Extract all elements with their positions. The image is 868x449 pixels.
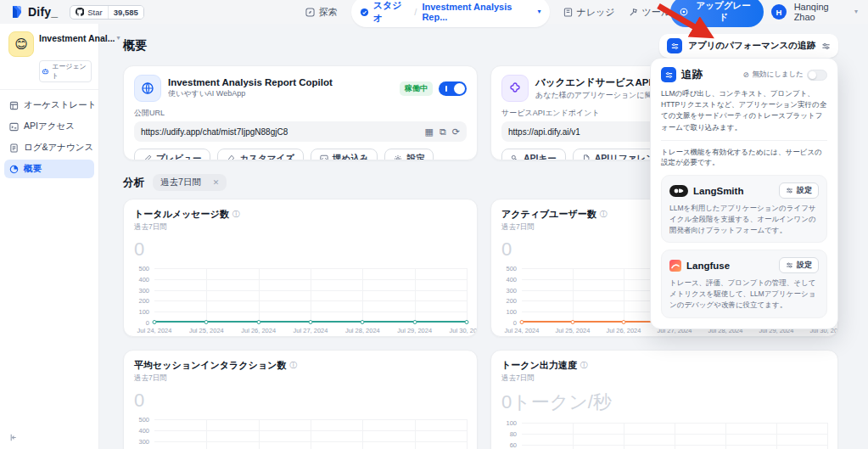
sidebar-item-オーケストレート[interactable]: オーケストレート: [4, 96, 94, 115]
webapp-action-button[interactable]: カスタマイズ: [217, 149, 303, 160]
copy-icon[interactable]: ⧉: [440, 127, 446, 137]
webapp-subtitle: 使いやすいAI WebApp: [168, 88, 333, 99]
provider-config-label: 設定: [797, 260, 812, 271]
dify-logo-text: Dify_: [28, 5, 58, 19]
dify-logo-icon: [10, 5, 24, 19]
nav-studio[interactable]: スタジオ: [360, 0, 410, 25]
webapp-action-button[interactable]: 設定: [384, 149, 434, 160]
user-name-label: Hanqing Zhao: [794, 2, 851, 22]
y-axis-label: 300: [134, 286, 149, 294]
y-axis-label: 60: [501, 441, 517, 448]
app-type-label: エージェント: [52, 62, 87, 81]
status-badge: 稼働中: [400, 81, 433, 96]
chart-title: トータルメッセージ数: [134, 208, 229, 221]
breadcrumb-separator: /: [414, 7, 417, 17]
sidebar-item-ログ&アナウンス[interactable]: ログ&アナウンス: [4, 138, 94, 157]
github-star-count: 39,585: [108, 6, 143, 19]
data-point: [309, 320, 313, 324]
chart-subtitle: 過去7日間: [501, 373, 827, 384]
api-action-button[interactable]: APIキー: [501, 149, 566, 160]
public-url-value[interactable]: https://udify.app/chat/mist7IjpgN88gjC8: [141, 127, 419, 137]
qr-code-icon[interactable]: ▦: [425, 127, 434, 137]
current-app-name: Investment Analysis Rep...: [422, 2, 535, 22]
chart-subtitle: 過去7日間: [134, 373, 467, 384]
y-axis-label: 200: [134, 297, 149, 305]
close-icon[interactable]: ✕: [213, 178, 220, 187]
nav-tools[interactable]: ツール: [629, 6, 671, 19]
chart-subtitle: 過去7日間: [134, 222, 467, 233]
provider-config-button[interactable]: 設定: [779, 182, 819, 199]
current-app-selector[interactable]: Investment Analysis Rep... ▾: [422, 2, 540, 22]
sidebar-collapse-icon[interactable]: [8, 433, 18, 442]
period-label: 過去7日間: [160, 177, 201, 188]
webapp-action-label: 設定: [406, 153, 424, 160]
x-axis-label: Jul 28, 2024: [345, 327, 380, 334]
tracing-toggle[interactable]: [807, 70, 827, 81]
webapp-action-button[interactable]: プレビュー: [134, 149, 210, 160]
brush-icon: [227, 154, 235, 160]
github-star-label: Star: [87, 8, 102, 17]
y-axis-label: 400: [134, 275, 149, 283]
upgrade-label: アップグレード: [692, 0, 754, 24]
dify-logo[interactable]: Dify_: [10, 5, 58, 19]
refresh-icon[interactable]: ⟳: [452, 127, 460, 137]
upgrade-button[interactable]: アップグレード ✦: [670, 0, 764, 27]
gridline-v: [725, 423, 726, 449]
tracing-icon: [661, 67, 676, 82]
gridline-v: [624, 268, 624, 323]
overview-icon: [9, 165, 19, 174]
gridline-v: [573, 268, 574, 323]
sparkle-icon: ✦: [759, 0, 766, 2]
provider-description: トレース、評価、プロンプトの管理、そしてメトリクスを駆使して、LLMアプリケーシ…: [669, 278, 819, 310]
chart-plot: 5004003002001000: [134, 419, 467, 449]
provider-card-langfuse: Langfuse設定トレース、評価、プロンプトの管理、そしてメトリクスを駆使して…: [661, 250, 827, 317]
gridline-v: [573, 423, 574, 449]
tracing-description: LLMの呼び出し、コンテキスト、プロンプト、HTTPリクエストなど、アプリケーシ…: [661, 88, 827, 133]
upgrade-icon: [680, 8, 688, 16]
user-menu[interactable]: Hanqing Zhao ▾: [794, 2, 858, 22]
x-axis-label: Jul 25, 2024: [556, 327, 591, 334]
caret-down-icon: ▾: [854, 8, 858, 15]
sidebar-item-APIアクセス[interactable]: APIアクセス: [4, 117, 94, 136]
page-title: 概要: [123, 38, 147, 53]
top-navbar: Dify_ Star 39,585 探索: [0, 0, 868, 24]
app-performance-tracing-button[interactable]: アプリのパフォーマンスの追跡: [659, 34, 838, 58]
user-avatar[interactable]: H: [771, 4, 787, 20]
x-axis-label: Jul 26, 2024: [241, 327, 276, 334]
webapp-toggle[interactable]: [439, 81, 467, 96]
info-icon[interactable]: ⓘ: [600, 209, 608, 220]
info-icon[interactable]: ⓘ: [580, 360, 588, 371]
y-axis-label: 500: [134, 265, 149, 272]
x-axis-label: Jul 30, 2024: [450, 327, 478, 334]
provider-description: LLMを利用したアプリケーションのライフサイクル全段階を支援する、オールインワン…: [669, 203, 819, 235]
app-selector[interactable]: 😊 Investment Anal... ▾: [8, 31, 92, 57]
chart-title: 平均セッションインタラクション数: [134, 359, 286, 372]
gridline-v: [206, 419, 207, 449]
nav-explore[interactable]: 探索: [305, 6, 338, 19]
github-star-widget[interactable]: Star 39,585: [70, 5, 144, 20]
public-url-bar: https://udify.app/chat/mist7IjpgN88gjC8 …: [134, 121, 467, 142]
x-axis-label: Jul 24, 2024: [137, 327, 172, 334]
y-axis-label: 500: [134, 416, 149, 424]
provider-config-button[interactable]: 設定: [779, 257, 819, 273]
y-axis-label: 100: [501, 308, 517, 316]
langfuse-logo: [669, 260, 681, 272]
gridline-v: [415, 268, 416, 323]
x-axis-label: Jul 24, 2024: [505, 327, 540, 334]
nav-knowledge[interactable]: ナレッジ: [563, 6, 615, 19]
y-axis-label: 100: [134, 308, 149, 316]
y-axis-label: 200: [501, 297, 517, 305]
terminal-icon: [9, 122, 19, 132]
sidebar-item-概要[interactable]: 概要: [4, 160, 94, 178]
gridline-v: [259, 419, 260, 449]
sliders-icon: [786, 261, 793, 269]
y-axis-label: 300: [134, 437, 149, 445]
info-icon[interactable]: ⓘ: [232, 209, 240, 220]
webapp-action-button[interactable]: 埋め込み: [311, 149, 378, 160]
period-filter[interactable]: 過去7日間 ✕: [153, 174, 227, 191]
data-point: [204, 320, 209, 324]
chart-total-value: 0トークン/秒: [501, 390, 827, 415]
x-axis-label: Jul 27, 2024: [294, 327, 328, 334]
info-icon[interactable]: ⓘ: [289, 360, 297, 371]
sliders-icon: [786, 187, 793, 194]
